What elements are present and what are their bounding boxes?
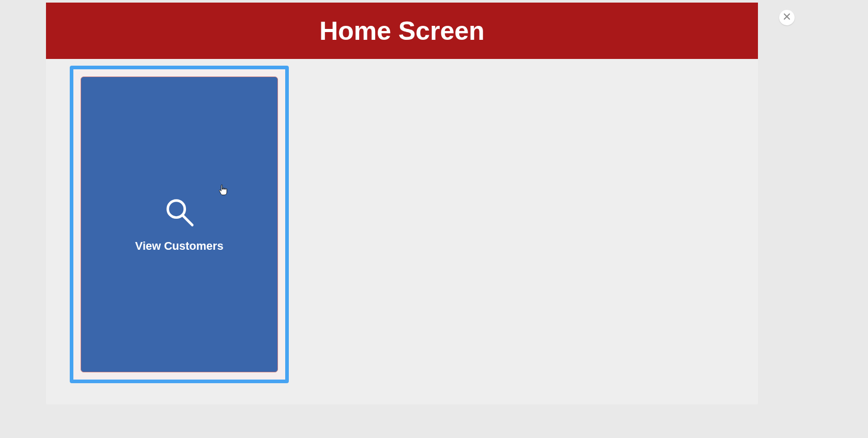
main-card: Home Screen View Customers [46, 3, 758, 404]
close-icon [783, 12, 791, 23]
viewport: Home Screen View Customers [0, 0, 868, 438]
tile-highlight-frame: View Customers [70, 66, 289, 383]
close-button[interactable] [779, 10, 795, 25]
tiles-area: View Customers [46, 59, 758, 390]
svg-line-1 [183, 216, 192, 225]
search-icon [163, 196, 195, 230]
view-customers-tile[interactable]: View Customers [81, 77, 278, 372]
tile-label: View Customers [135, 239, 224, 253]
header-bar: Home Screen [46, 3, 758, 59]
page-title: Home Screen [319, 16, 485, 46]
